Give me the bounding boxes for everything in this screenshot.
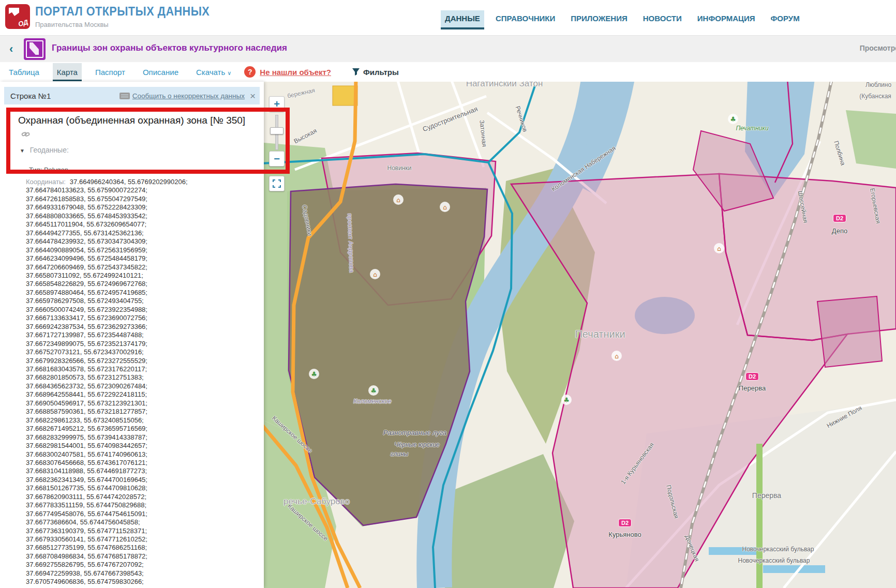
coordinate-line: 37.6688587590361, 55.6732181277857; bbox=[26, 408, 248, 416]
nav-item-1[interactable]: СПРАВОЧНИКИ bbox=[491, 10, 559, 27]
coordinate-line: 37.6682832999975, 55.6739414338787; bbox=[26, 433, 248, 442]
coordinates-list: Координаты:37.664966240364, 55.676920299… bbox=[26, 178, 248, 588]
coordinate-line: 37.6644784239932, 55.6730347304309; bbox=[26, 237, 248, 246]
dataset-icon bbox=[24, 38, 46, 60]
coordinate-line: 37.665807311092, 55.6724992410121; bbox=[26, 272, 248, 280]
geodata-toggle[interactable]: ▼ Геоданные: bbox=[20, 146, 69, 154]
coordinate-line: 37.6678620903111, 55.6744742028572; bbox=[26, 493, 248, 501]
report-incorrect-data-link[interactable]: Сообщить о некорректных данных bbox=[132, 92, 245, 100]
coordinate-line: 37.6684365623732, 55.6723090267484; bbox=[26, 382, 248, 390]
coordinate-line: 37.6705749606836, 55.674759830266; bbox=[26, 578, 248, 586]
geometry-type: Тип: Polygon bbox=[29, 166, 68, 174]
tab-2[interactable]: Паспорт bbox=[91, 63, 129, 81]
station-name: Курьяново bbox=[608, 531, 641, 538]
station-name: Депо bbox=[832, 227, 847, 235]
coordinate-line: 37.6682362341349, 55.6744700169645; bbox=[26, 476, 248, 484]
help-icon[interactable]: ? bbox=[244, 66, 256, 78]
coordinates-label: Координаты: bbox=[26, 178, 66, 186]
page: { "header": { "logo_text": "ОД", "title"… bbox=[0, 0, 896, 588]
coordinate-line: Координаты:37.664966240364, 55.676920299… bbox=[26, 178, 248, 186]
coordinate-line: 37.6660500074249, 55.6723922354988; bbox=[26, 306, 248, 314]
d2-station-badge: D2 bbox=[745, 372, 759, 381]
d2-station-badge: D2 bbox=[618, 519, 632, 527]
coordinate-line: 37.6682981544001, 55.6740983442657; bbox=[26, 442, 248, 450]
coordinate-line: 37.6679330560141, 55.6747712610252; bbox=[26, 535, 248, 544]
coordinate-line: 37.6682671495212, 55.6736595716569; bbox=[26, 425, 248, 433]
panel-header: Строка №1 Сообщить о некорректных данных… bbox=[4, 87, 260, 104]
fullscreen-icon bbox=[273, 179, 281, 188]
coordinate-line: 37.6648808033665, 55.6748453933542; bbox=[26, 212, 248, 220]
site-header: ОД ПОРТАЛ ОТКРЫТЫХ ДАННЫХ Правительства … bbox=[0, 0, 896, 35]
coordinate-line: 37.6669242387534, 55.6723629273366; bbox=[26, 323, 248, 331]
coordinate-line: 37.6681683043578, 55.6723176220117; bbox=[26, 365, 248, 373]
coordinate-line: 37.6645117011904, 55.6732609654077; bbox=[26, 220, 248, 229]
permalink-icon[interactable] bbox=[21, 130, 30, 139]
chevron-down-icon: ∨ bbox=[227, 70, 231, 76]
nav-item-3[interactable]: НОВОСТИ bbox=[639, 10, 686, 27]
coordinate-line: 37.6677833511159, 55.6744750829688; bbox=[26, 501, 248, 509]
record-title: Охранная (объединенная охранная) зона [№… bbox=[18, 114, 248, 141]
coordinate-line: 37.6647840133623, 55.6759000722274; bbox=[26, 186, 248, 194]
coordinate-line: 37.6683002407581, 55.6741740960613; bbox=[26, 450, 248, 459]
zoom-slider-handle[interactable] bbox=[270, 127, 283, 134]
coordinate-line: 37.669472259938, 55.6747667398543; bbox=[26, 569, 248, 578]
filters-button[interactable]: Фильтры bbox=[363, 68, 399, 77]
nav-item-5[interactable]: ФОРУМ bbox=[767, 10, 804, 27]
coordinate-line: 37.664494277355, 55.6731425362136; bbox=[26, 229, 248, 237]
coordinate-line: 37.66773686604, 55.6744756045858; bbox=[26, 518, 248, 526]
coordinate-line: 37.6692755826795, 55.674767207092; bbox=[26, 561, 248, 569]
coordinate-line: 37.6649331679048, 55.6752228423309; bbox=[26, 203, 248, 212]
coordinate-line: 37.6644090889054, 55.6725631956959; bbox=[26, 246, 248, 254]
coordinate-line: 37.6659786297508, 55.672493404755; bbox=[26, 297, 248, 305]
back-button[interactable]: ‹ bbox=[9, 42, 13, 56]
record-title-text: Охранная (объединенная охранная) зона [№… bbox=[18, 115, 245, 126]
coordinate-line: 37.6683104118988, 55.6744691877273; bbox=[26, 467, 248, 475]
coordinate-line: 37.6681501267735, 55.6744709810628; bbox=[26, 484, 248, 492]
coordinate-line: 37.6685127735199, 55.6747686251168; bbox=[26, 544, 248, 552]
portal-logo-icon[interactable]: ОД bbox=[5, 4, 30, 29]
nav-item-2[interactable]: ПРИЛОЖЕНИЯ bbox=[566, 10, 632, 27]
coordinate-line: 37.6679928326566, 55.6723272555529; bbox=[26, 357, 248, 365]
zoom-in-button[interactable]: + bbox=[269, 96, 285, 112]
close-icon[interactable]: × bbox=[250, 91, 256, 101]
coordinate-line: 37.6646234099496, 55.6725484458179; bbox=[26, 254, 248, 263]
map-stations: D2ДепоD2ПерерваD2Курьяново bbox=[264, 82, 896, 588]
map-canvas[interactable]: ♣ ♣ ♣ ♣ ⌂ ⌂ ⌂ ⌂ ⌂ Нагатинский Затонбереж… bbox=[264, 82, 896, 588]
tab-0[interactable]: Таблица bbox=[5, 63, 43, 81]
coordinate-line: 37.6671727139987, 55.672354487488; bbox=[26, 331, 248, 339]
nav-item-0[interactable]: ДАННЫЕ bbox=[441, 10, 484, 29]
coordinate-line: 37.6677495458076, 55.6744754615091; bbox=[26, 510, 248, 518]
coordinate-line: 37.6683076456668, 55.6743617076121; bbox=[26, 459, 248, 467]
zoom-out-button[interactable]: − bbox=[269, 151, 285, 167]
main-nav: ДАННЫЕСПРАВОЧНИКИПРИЛОЖЕНИЯНОВОСТИИНФОРМ… bbox=[441, 10, 804, 29]
tab-3[interactable]: Описание bbox=[139, 63, 183, 81]
tab-4[interactable]: Скачать∨ bbox=[192, 63, 235, 81]
coordinate-line: 37.668229861233, 55.6732408515056; bbox=[26, 416, 248, 425]
site-subtitle: Правительства Москвы bbox=[35, 21, 109, 28]
station-name: Перерва bbox=[739, 384, 766, 392]
collapse-arrow-icon: ▼ bbox=[20, 148, 25, 154]
coordinate-line: 37.6647261858583, 55.6755047297549; bbox=[26, 195, 248, 203]
coordinate-line: 37.6687084986834, 55.6747685178872; bbox=[26, 552, 248, 561]
report-bubble-icon bbox=[120, 93, 130, 99]
coordinate-line: 37.6690504596917, 55.6732123921301; bbox=[26, 399, 248, 408]
coordinate-line: 37.6682801850573, 55.672312751383; bbox=[26, 373, 248, 382]
not-found-link[interactable]: Не нашли объект? bbox=[260, 68, 331, 77]
coordinate-line: 37.6658974880464, 55.6724957419685; bbox=[26, 289, 248, 297]
coordinate-line: 37.6677363190379, 55.6747711528371; bbox=[26, 527, 248, 535]
coordinate-line: 37.667527073121, 55.6723437002916; bbox=[26, 348, 248, 356]
fullscreen-button[interactable] bbox=[269, 176, 285, 191]
nav-item-4[interactable]: ИНФОРМАЦИЯ bbox=[693, 10, 759, 27]
logo-od-text: ОД bbox=[17, 18, 28, 28]
tab-bar: ТаблицаКартаПаспортОписаниеСкачать∨ ? Не… bbox=[0, 62, 896, 82]
tab-1[interactable]: Карта bbox=[53, 63, 82, 81]
views-label: Просмотре bbox=[860, 44, 896, 52]
row-label: Строка №1 bbox=[10, 92, 51, 100]
record-panel: Строка №1 Сообщить о некорректных данных… bbox=[0, 82, 264, 588]
coordinate-line: 37.6689642558441, 55.6722922418115; bbox=[26, 390, 248, 399]
coordinate-line: 37.6667133633417, 55.6723690072756; bbox=[26, 314, 248, 322]
coordinate-line: 37.6647206609469, 55.6725437345822; bbox=[26, 263, 248, 272]
d2-station-badge: D2 bbox=[833, 214, 846, 222]
breadcrumb-bar: ‹ Границы зон охраны объектов культурног… bbox=[0, 35, 896, 63]
filter-icon[interactable] bbox=[352, 68, 360, 76]
